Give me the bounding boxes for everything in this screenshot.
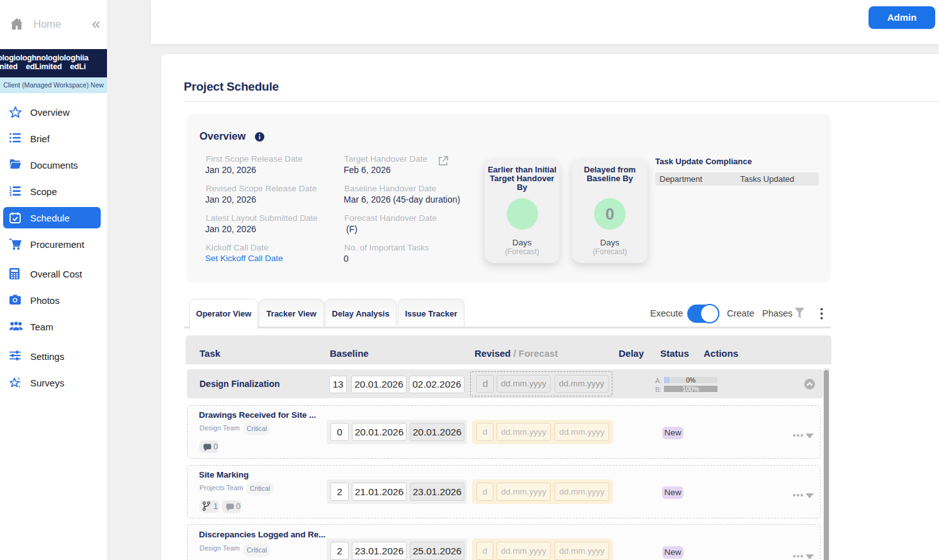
svg-text:3: 3 <box>9 193 12 197</box>
